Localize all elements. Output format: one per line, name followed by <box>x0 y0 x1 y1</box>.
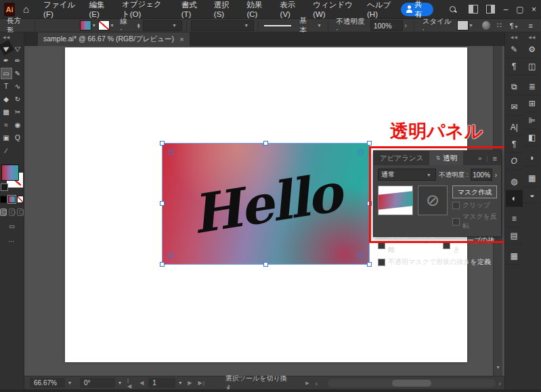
rotation-field[interactable]: 0° <box>80 378 115 388</box>
menu-effect[interactable]: 効果(C) <box>240 0 274 18</box>
character-panel-icon[interactable]: A| <box>506 119 523 136</box>
maximize-button[interactable]: ▢ <box>513 0 527 19</box>
horizontal-scrollbar-thumb[interactable] <box>392 380 431 387</box>
workspace-switcher-icon[interactable] <box>486 5 495 14</box>
artboard-dropdown-icon[interactable]: ▾ <box>175 380 185 386</box>
document-tab[interactable]: sample.ai* @ 66.67 % (RGB/プレビュー) × <box>38 32 190 46</box>
chevron-down-icon[interactable]: ▾ <box>111 22 114 28</box>
artboards-panel-icon[interactable]: ⊞ <box>523 95 540 112</box>
scroll-down-icon[interactable]: ▾ <box>494 364 502 370</box>
rotate-tool[interactable]: ↻ <box>12 93 24 105</box>
clip-checkbox-row[interactable]: クリップ <box>452 200 497 210</box>
fill-swatch[interactable] <box>1 165 19 181</box>
invert-mask-checkbox[interactable] <box>452 218 460 225</box>
glyph-options-panel-icon[interactable]: ✎ <box>506 41 523 58</box>
none-button[interactable] <box>17 196 24 203</box>
properties-panel-icon[interactable]: ⚙ <box>523 41 540 58</box>
menu-window[interactable]: ウィンドウ(W) <box>307 0 361 18</box>
graphic-styles-panel-icon[interactable]: ▦ <box>523 170 540 187</box>
draw-inside-mode[interactable] <box>17 209 24 216</box>
tab-close-icon[interactable]: × <box>179 35 183 43</box>
default-fill-stroke-icon[interactable] <box>1 183 8 191</box>
selection-handle[interactable] <box>160 141 165 146</box>
rotation-dropdown-icon[interactable]: ▾ <box>115 380 125 386</box>
selection-handle[interactable] <box>263 262 268 267</box>
previous-artboard-icon[interactable]: ◀ <box>137 380 147 386</box>
stroke-weight-stepper[interactable]: ▲▼ <box>137 23 141 28</box>
mask-thumbnail-well[interactable]: ⊘ <box>418 186 448 215</box>
object-thumbnail[interactable] <box>378 186 413 215</box>
scroll-right-icon[interactable]: › <box>496 379 504 387</box>
gradient-tool[interactable]: ▩ <box>1 106 12 118</box>
stroke-weight-field[interactable]: ▾ <box>143 20 182 31</box>
status-expand-icon[interactable]: ▶ <box>303 380 312 386</box>
close-button[interactable]: × <box>527 0 541 19</box>
shaper-tool[interactable]: ◆ <box>1 93 12 105</box>
selection-handle[interactable] <box>367 262 372 267</box>
arrange-documents-icon[interactable] <box>469 5 477 14</box>
menu-edit[interactable]: 編集(E) <box>83 0 116 18</box>
blend-mode-select[interactable]: 通常 ▾ <box>378 169 436 181</box>
opacity-mask-shape-row[interactable]: 不透明マスクで形状の抜きを定義 <box>378 257 497 267</box>
artboard-tool[interactable]: ▣ <box>1 132 12 144</box>
tab-appearance[interactable]: アピアランス <box>374 151 429 165</box>
color-guide-panel-icon[interactable]: ◒ <box>523 187 540 204</box>
corner-widget[interactable] <box>358 253 364 259</box>
draw-normal-mode[interactable] <box>0 209 7 216</box>
isolate-blending-checkbox[interactable] <box>378 242 385 249</box>
share-button[interactable]: 共有 <box>401 3 433 16</box>
corner-widget[interactable] <box>358 149 364 155</box>
gradient-panel-icon[interactable]: ▤ <box>506 227 523 244</box>
tab-transparency[interactable]: ⇅ 透明 <box>429 151 463 165</box>
menu-type[interactable]: 書式(T) <box>175 0 208 18</box>
artboard-number-field[interactable]: 1 <box>148 378 175 388</box>
workspace-icon[interactable]: ∷ <box>497 21 502 30</box>
opacity-mask-shape-checkbox[interactable] <box>378 259 385 266</box>
opacity-slider-arrow[interactable]: › <box>495 171 497 179</box>
collapse-panel-icon[interactable]: » <box>478 155 481 162</box>
chevron-down-icon[interactable]: ▾ <box>93 22 95 28</box>
selection-handle[interactable] <box>160 262 165 267</box>
style-swatch[interactable] <box>457 20 469 30</box>
stroke-panel-icon[interactable]: ≡ <box>506 211 523 227</box>
curvature-tool[interactable]: ∿ <box>12 81 24 92</box>
paragraph-control-icon[interactable]: ¶▾ <box>510 22 521 30</box>
type-tool[interactable]: T <box>1 81 12 92</box>
hand-tool[interactable]: ≈ <box>1 119 12 131</box>
home-icon[interactable]: ⌂ <box>23 3 29 15</box>
invert-mask-checkbox-row[interactable]: マスクを反転 <box>452 212 497 231</box>
first-artboard-icon[interactable]: |◀ <box>125 377 137 389</box>
clip-checkbox[interactable] <box>452 202 460 209</box>
panel-opacity-field[interactable]: 100% <box>471 169 492 181</box>
last-artboard-icon[interactable]: ▶| <box>196 380 208 386</box>
paintbrush-tool[interactable]: ✏ <box>12 55 24 66</box>
collapse-dock-icon[interactable]: ◀◀ <box>511 35 518 39</box>
pen-tool[interactable]: ✒ <box>1 55 12 66</box>
gradient-button[interactable] <box>8 196 15 203</box>
pencil-tool[interactable]: ✎ <box>12 68 24 79</box>
corner-widget[interactable] <box>168 149 174 155</box>
opacity-panel-arrow[interactable]: › <box>404 22 406 29</box>
edit-toolbar-icon[interactable]: ⋯ <box>0 238 24 245</box>
next-artboard-icon[interactable]: ▶ <box>185 380 195 386</box>
align-panel-icon[interactable]: ⊫ <box>523 112 540 129</box>
scissors-tool[interactable]: ✂ <box>12 106 24 118</box>
color-panel-icon[interactable]: ◍ <box>506 173 523 190</box>
globe-icon[interactable] <box>482 21 490 30</box>
color-button[interactable] <box>0 196 7 203</box>
swatches-panel-icon[interactable]: ▦ <box>506 248 523 265</box>
chevron-down-icon[interactable]: ▾ <box>318 22 321 28</box>
panel-menu-icon[interactable]: ≡ <box>493 154 497 162</box>
symbol-tool[interactable]: ◉ <box>12 119 24 131</box>
libraries-panel-icon[interactable]: ◫ <box>523 58 540 75</box>
selection-handle[interactable] <box>367 141 372 146</box>
search-icon[interactable] <box>450 6 455 13</box>
opacity-field[interactable]: 100% <box>370 20 404 31</box>
chevron-down-icon[interactable]: ▾ <box>470 22 473 28</box>
ai-logo-icon[interactable]: Ai <box>4 3 15 16</box>
control-menu-icon[interactable]: ≡ <box>529 22 533 30</box>
screen-mode-icon[interactable]: ▭ <box>0 223 24 230</box>
layers-panel-icon[interactable]: ≣ <box>523 79 540 95</box>
rectangle-tool[interactable]: ▭ <box>1 68 12 79</box>
gradient-rectangle-artwork[interactable]: Hello <box>163 144 369 264</box>
